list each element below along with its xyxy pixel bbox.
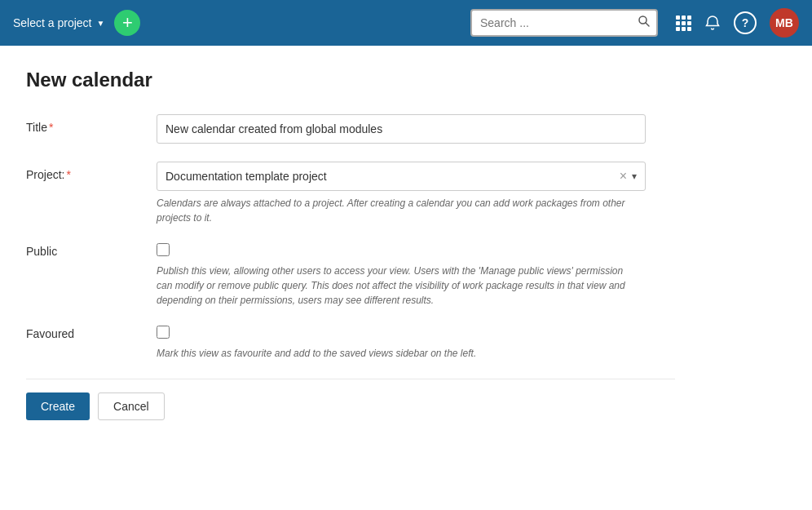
add-button[interactable]: +: [114, 10, 140, 36]
avatar[interactable]: MB: [770, 8, 799, 38]
avatar-initials: MB: [775, 16, 793, 29]
svg-line-1: [646, 23, 649, 26]
top-navigation: Select a project ▼ + ? MB: [0, 0, 812, 46]
dropdown-arrow-icon: ▾: [632, 171, 637, 182]
project-select[interactable]: Documentation template project × ▾: [157, 162, 646, 191]
search-icon-button[interactable]: [631, 15, 657, 31]
favoured-field: Mark this view as favourite and add to t…: [157, 326, 675, 361]
chevron-down-icon: ▼: [97, 19, 105, 28]
favoured-label: Favoured: [26, 326, 157, 340]
title-row: Title*: [26, 114, 675, 144]
favoured-hint: Mark this view as favourite and add to t…: [157, 346, 629, 361]
search-input[interactable]: [472, 16, 631, 29]
project-label: Project:*: [26, 162, 157, 181]
notifications-icon[interactable]: [704, 15, 721, 31]
grid-dots: [676, 16, 691, 31]
search-icon: [638, 15, 651, 28]
project-field: Documentation template project × ▾ Calen…: [157, 162, 675, 225]
clear-project-button[interactable]: ×: [620, 169, 627, 184]
nav-icons: ? MB: [676, 8, 799, 38]
project-select-value: Documentation template project: [165, 170, 620, 183]
favoured-checkbox[interactable]: [157, 326, 170, 339]
help-icon[interactable]: ?: [734, 11, 757, 34]
public-label: Public: [26, 243, 157, 258]
project-hint: Calendars are always attached to a proje…: [157, 196, 629, 225]
cancel-button[interactable]: Cancel: [98, 392, 165, 420]
title-label: Title*: [26, 114, 157, 134]
favoured-row: Favoured Mark this view as favourite and…: [26, 326, 675, 361]
public-hint: Publish this view, allowing other users …: [157, 264, 629, 308]
create-button[interactable]: Create: [26, 392, 90, 420]
title-field: [157, 114, 675, 144]
page-content: New calendar Title* Project:* Documentat…: [0, 46, 701, 443]
project-selector-label: Select a project: [13, 16, 92, 29]
project-select-wrapper: Documentation template project × ▾: [157, 162, 646, 191]
project-selector[interactable]: Select a project ▼: [13, 16, 104, 29]
public-checkbox[interactable]: [157, 243, 170, 256]
public-row: Public Publish this view, allowing other…: [26, 243, 675, 308]
public-field: Publish this view, allowing other users …: [157, 243, 675, 308]
search-bar: [470, 9, 658, 37]
grid-menu-icon[interactable]: [676, 16, 691, 31]
form-actions: Create Cancel: [26, 379, 675, 420]
project-row: Project:* Documentation template project…: [26, 162, 675, 225]
title-input[interactable]: [157, 114, 646, 144]
page-title: New calendar: [26, 69, 675, 91]
